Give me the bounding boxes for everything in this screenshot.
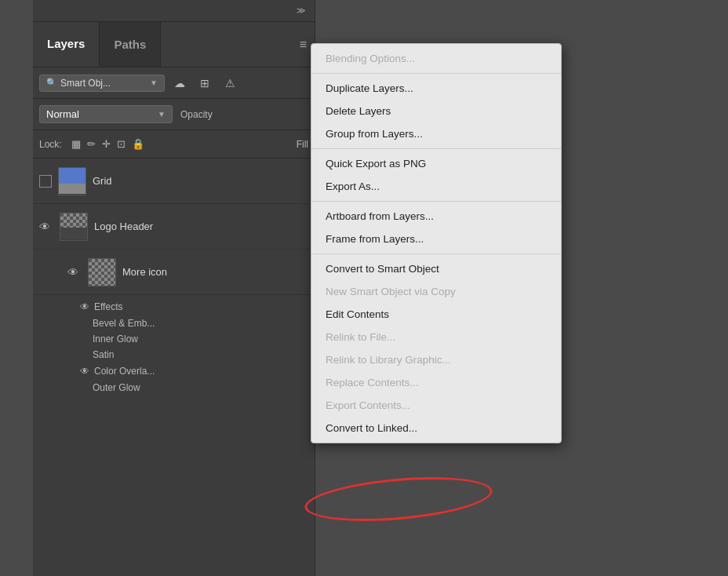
panel-menu-icon[interactable]: ≡: [300, 38, 307, 52]
warning-icon: ⚠: [225, 77, 235, 89]
layer-comp-icon: ⊞: [200, 77, 209, 89]
menu-export-contents[interactable]: Export Contents...: [311, 394, 561, 417]
effects-header: 👁 Effects: [80, 298, 308, 315]
menu-separator: [311, 148, 561, 149]
filter-label: Smart Obj...: [60, 78, 111, 89]
layer-thumbnail: [58, 167, 86, 195]
menu-separator: [311, 253, 561, 254]
layers-list: Grid 👁 Logo Header 👁 More icon 👁 Effects: [33, 159, 315, 396]
layer-comp-btn[interactable]: ⊞: [195, 73, 215, 93]
menu-convert-to-smart-object[interactable]: Convert to Smart Object: [311, 257, 561, 280]
layer-name: Grid: [93, 175, 308, 187]
menu-blending-options[interactable]: Blending Options...: [311, 47, 561, 70]
lock-transparent-icon[interactable]: ▦: [71, 138, 81, 150]
lock-image-icon[interactable]: ✏: [87, 138, 96, 150]
menu-quick-export-png[interactable]: Quick Export as PNG: [311, 152, 561, 175]
lock-all-icon[interactable]: 🔒: [132, 138, 144, 150]
effect-color-overlay[interactable]: Color Overla...: [94, 366, 155, 377]
menu-duplicate-layers[interactable]: Duplicate Layers...: [311, 77, 561, 100]
effect-bevel[interactable]: Bevel & Emb...: [80, 315, 308, 331]
layer-thumbnail: [88, 258, 116, 286]
filter-dropdown[interactable]: 🔍 Smart Obj... ▼: [39, 75, 165, 92]
layer-item[interactable]: 👁 Logo Header: [33, 204, 315, 250]
menu-new-smart-object-via-copy[interactable]: New Smart Object via Copy: [311, 280, 561, 303]
opacity-label: Opacity: [180, 109, 213, 120]
layer-name: More icon: [122, 266, 308, 278]
lock-row: Lock: ▦ ✏ ✛ ⊡ 🔒 Fill: [33, 130, 315, 159]
layer-thumbnail: [60, 213, 88, 241]
search-icon: 🔍: [46, 78, 57, 88]
lock-artboard-icon[interactable]: ⊡: [117, 138, 126, 150]
layers-panel: ≫ Layers Paths ≡ 🔍 Smart Obj... ▼ ☁ ⊞ ⚠ …: [33, 0, 315, 576]
effect-outer-glow[interactable]: Outer Glow: [80, 380, 308, 396]
effects-label: Effects: [94, 301, 122, 312]
menu-relink-to-library[interactable]: Relink to Library Graphic...: [311, 348, 561, 371]
filter-row: 🔍 Smart Obj... ▼ ☁ ⊞ ⚠: [33, 67, 315, 99]
color-overlay-eye-icon[interactable]: 👁: [80, 366, 89, 377]
effects-group: 👁 Effects Bevel & Emb... Inner Glow Sati…: [33, 295, 315, 396]
blend-mode-label: Normal: [46, 108, 155, 120]
menu-relink-to-file[interactable]: Relink to File...: [311, 326, 561, 348]
effect-satin[interactable]: Satin: [80, 347, 308, 363]
menu-edit-contents[interactable]: Edit Contents: [311, 303, 561, 326]
menu-convert-to-linked[interactable]: Convert to Linked...: [311, 417, 561, 439]
visibility-eye-icon[interactable]: 👁: [39, 221, 53, 233]
effect-inner-glow[interactable]: Inner Glow: [80, 331, 308, 347]
menu-frame-from-layers[interactable]: Frame from Layers...: [311, 228, 561, 250]
blend-row: Normal ▼ Opacity: [33, 99, 315, 130]
menu-group-from-layers[interactable]: Group from Layers...: [311, 122, 561, 145]
panel-menu-dots: ≫: [297, 5, 307, 16]
menu-artboard-from-layers[interactable]: Artboard from Layers...: [311, 205, 561, 228]
lock-position-icon[interactable]: ✛: [102, 138, 111, 150]
warning-btn[interactable]: ⚠: [220, 73, 240, 93]
fill-label: Fill: [297, 139, 308, 150]
menu-delete-layers[interactable]: Delete Layers: [311, 100, 561, 122]
blend-chevron-icon: ▼: [158, 110, 166, 118]
filter-chevron: ▼: [150, 78, 158, 87]
annotation-circle: [303, 471, 494, 528]
menu-separator: [311, 201, 561, 202]
cloud-icon-btn[interactable]: ☁: [169, 73, 190, 93]
tabs-row: Layers Paths ≡: [33, 22, 315, 67]
visibility-eye-icon[interactable]: 👁: [67, 266, 82, 279]
effects-eye-icon[interactable]: 👁: [80, 301, 89, 312]
layer-item[interactable]: Grid: [33, 159, 315, 204]
layer-item[interactable]: 👁 More icon: [33, 250, 315, 295]
menu-export-as[interactable]: Export As...: [311, 175, 561, 198]
layer-name: Logo Header: [94, 221, 308, 232]
tab-paths[interactable]: Paths: [100, 22, 161, 67]
tab-layers[interactable]: Layers: [33, 22, 100, 67]
context-menu: Blending Options... Duplicate Layers... …: [311, 43, 562, 443]
effects-header-2: 👁 Color Overla...: [80, 363, 308, 380]
blend-mode-dropdown[interactable]: Normal ▼: [39, 105, 173, 123]
panel-top-bar: ≫: [33, 0, 315, 22]
menu-separator: [311, 73, 561, 74]
lock-label: Lock:: [39, 139, 62, 150]
cloud-icon: ☁: [174, 77, 185, 89]
menu-replace-contents[interactable]: Replace Contents...: [311, 371, 561, 394]
layer-visibility-checkbox[interactable]: [39, 175, 52, 188]
